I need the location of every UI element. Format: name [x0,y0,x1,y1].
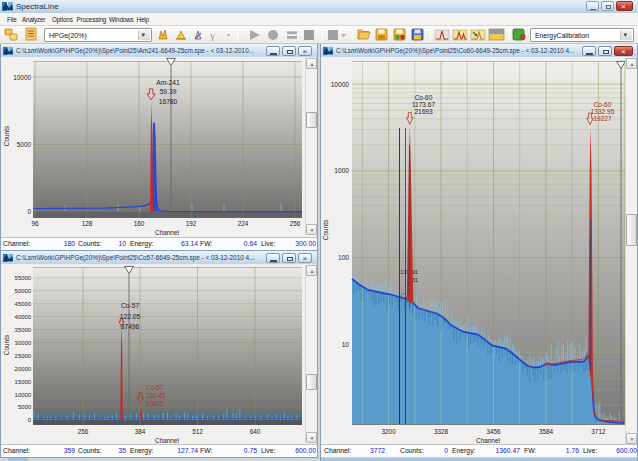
svg-text:35000: 35000 [15,327,32,333]
svg-text:128: 128 [82,220,93,227]
svg-text:Co-57: Co-57 [146,384,164,391]
svg-text:Counts: Counts [3,335,10,355]
svg-text:20000: 20000 [15,366,32,372]
svg-text:3456: 3456 [486,428,501,435]
svg-text:160: 160 [134,220,145,227]
svg-text:256: 256 [78,428,89,435]
svg-text:100: 100 [338,254,349,261]
svg-text:640: 640 [250,428,261,435]
svg-text:45000: 45000 [15,301,32,307]
svg-text:10: 10 [342,341,350,348]
svg-text:Co-60: Co-60 [415,94,433,101]
svg-text:10625: 10625 [146,400,164,407]
svg-text:55000: 55000 [15,275,32,281]
svg-text:122.05: 122.05 [120,313,141,320]
svg-text:γ: γ [209,29,215,41]
svg-text:96: 96 [31,220,39,227]
svg-text:87496: 87496 [121,323,140,330]
svg-text:384: 384 [135,428,146,435]
svg-text:30000: 30000 [15,340,32,346]
svg-text:50000: 50000 [15,288,32,294]
svg-text:3328: 3328 [434,428,449,435]
svg-text:3712: 3712 [591,428,606,435]
svg-text:1332.95: 1332.95 [591,108,615,115]
svg-text:Co-57: Co-57 [121,302,139,309]
svg-text:1173.67: 1173.67 [412,101,435,108]
svg-text:256: 256 [290,220,301,227]
svg-text:Counts: Counts [322,220,329,240]
svg-text:19227: 19227 [593,115,611,122]
svg-text:Counts: Counts [3,126,10,146]
svg-text:59.39: 59.39 [160,88,177,95]
svg-text:3584: 3584 [539,428,554,435]
svg-text:192: 192 [186,220,197,227]
svg-text:5000: 5000 [17,141,32,148]
svg-text:3200: 3200 [381,428,396,435]
svg-text:0: 0 [27,208,31,215]
svg-text:Channel: Channel [155,437,179,444]
svg-text:25000: 25000 [15,353,32,359]
svg-text:15000: 15000 [15,379,32,385]
svg-text:40000: 40000 [15,314,32,320]
svg-text:Co-60: Co-60 [594,101,612,108]
svg-text:Channel: Channel [476,437,500,444]
svg-text:21693: 21693 [414,108,432,115]
svg-text:10000: 10000 [331,81,350,88]
svg-text:10000: 10000 [13,74,31,81]
svg-text:Channel: Channel [155,229,179,236]
svg-text:5000: 5000 [18,404,32,410]
svg-text:224: 224 [238,220,249,227]
svg-text:136.45: 136.45 [146,392,166,399]
svg-text:1000: 1000 [334,167,349,174]
svg-text:10000: 10000 [15,392,32,398]
svg-text:512: 512 [192,428,203,435]
svg-text:Am-241: Am-241 [156,79,180,86]
svg-text:16780: 16780 [159,98,178,105]
